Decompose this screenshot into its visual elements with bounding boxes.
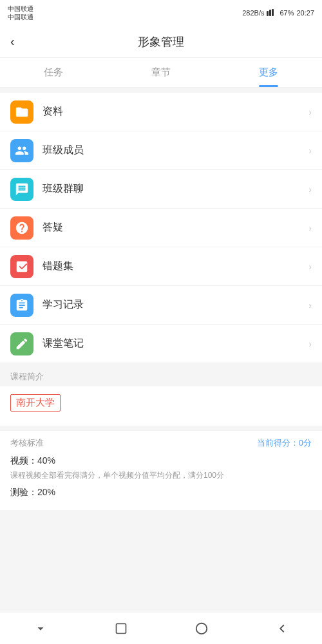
time: 20:27 xyxy=(296,9,314,17)
page-title: 形象管理 xyxy=(138,34,184,50)
materials-arrow: › xyxy=(308,107,312,117)
bottom-nav xyxy=(0,612,322,644)
nav-square-button[interactable] xyxy=(105,617,137,640)
nav-back-button[interactable] xyxy=(266,617,298,640)
studylog-arrow: › xyxy=(308,300,312,310)
assessment-label: 考核标准 xyxy=(10,437,44,449)
network-speed: 282B/s xyxy=(242,9,264,17)
signal-icons xyxy=(267,8,277,17)
menu-item-studylog[interactable]: 学习记录 › xyxy=(0,286,322,325)
studylog-icon xyxy=(10,294,33,317)
mistakes-icon xyxy=(10,255,33,278)
tab-more[interactable]: 更多 xyxy=(214,58,322,87)
qa-label: 答疑 xyxy=(43,221,308,234)
status-bar: 中国联通 中国联通 282B/s 67% 20:27 xyxy=(0,0,322,26)
status-right: 282B/s 67% 20:27 xyxy=(242,8,314,17)
materials-icon xyxy=(10,100,33,124)
tab-tasks[interactable]: 任务 xyxy=(0,58,108,87)
svg-rect-0 xyxy=(267,11,269,16)
svg-point-4 xyxy=(196,623,207,634)
course-intro-section-title: 课程简介 xyxy=(0,363,322,386)
mistakes-label: 错题集 xyxy=(43,260,308,273)
svg-rect-1 xyxy=(269,10,271,16)
nav-home-button[interactable] xyxy=(185,617,218,640)
video-score-desc: 课程视频全部看完得满分，单个视频分值平均分配，满分100分 xyxy=(10,469,312,482)
score-header: 考核标准 当前得分：0分 xyxy=(10,437,312,449)
menu-item-classnotes[interactable]: 课堂笔记 › xyxy=(0,325,322,363)
groupchat-label: 班级群聊 xyxy=(43,182,308,196)
score-item-quiz: 测验：20% xyxy=(10,487,312,498)
scroll-area: 资料 › 班级成员 › 班级群聊 › 答疑 › xyxy=(0,88,322,612)
svg-rect-3 xyxy=(116,623,126,633)
quiz-score-title: 测验：20% xyxy=(10,487,312,498)
materials-label: 资料 xyxy=(43,105,308,118)
menu-item-qa[interactable]: 答疑 › xyxy=(0,209,322,247)
menu-item-groupchat[interactable]: 班级群聊 › xyxy=(0,170,322,209)
classnotes-label: 课堂笔记 xyxy=(43,337,308,350)
groupchat-arrow: › xyxy=(308,184,312,194)
header: ‹ 形象管理 xyxy=(0,26,322,58)
course-intro-card: 南开大学 xyxy=(0,386,322,426)
members-arrow: › xyxy=(308,146,312,156)
menu-item-members[interactable]: 班级成员 › xyxy=(0,131,322,170)
score-item-video: 视频：40% 课程视频全部看完得满分，单个视频分值平均分配，满分100分 xyxy=(10,455,312,482)
qa-icon xyxy=(10,216,33,240)
qa-arrow: › xyxy=(308,223,312,233)
members-icon xyxy=(10,139,33,162)
groupchat-icon xyxy=(10,178,33,201)
menu-item-materials[interactable]: 资料 › xyxy=(0,93,322,131)
tab-bar: 任务 章节 更多 xyxy=(0,58,322,88)
svg-rect-2 xyxy=(272,9,274,16)
nav-down-button[interactable] xyxy=(24,617,57,640)
classnotes-icon xyxy=(10,332,33,355)
mistakes-arrow: › xyxy=(308,261,312,272)
members-label: 班级成员 xyxy=(43,144,308,157)
battery: 67% xyxy=(279,9,294,17)
back-button[interactable]: ‹ xyxy=(10,34,15,49)
school-badge: 南开大学 xyxy=(10,394,61,412)
carrier1: 中国联通 xyxy=(8,5,33,13)
classnotes-arrow: › xyxy=(308,339,312,349)
menu-item-mistakes[interactable]: 错题集 › xyxy=(0,247,322,286)
carrier-info: 中国联通 中国联通 xyxy=(8,5,33,21)
studylog-label: 学习记录 xyxy=(43,298,308,312)
tab-chapters[interactable]: 章节 xyxy=(108,58,215,87)
video-score-title: 视频：40% xyxy=(10,455,312,467)
carrier2: 中国联通 xyxy=(8,13,33,21)
menu-list: 资料 › 班级成员 › 班级群聊 › 答疑 › xyxy=(0,93,322,363)
score-display: 当前得分：0分 xyxy=(257,437,312,449)
assessment-section: 考核标准 当前得分：0分 视频：40% 课程视频全部看完得满分，单个视频分值平均… xyxy=(0,431,322,510)
